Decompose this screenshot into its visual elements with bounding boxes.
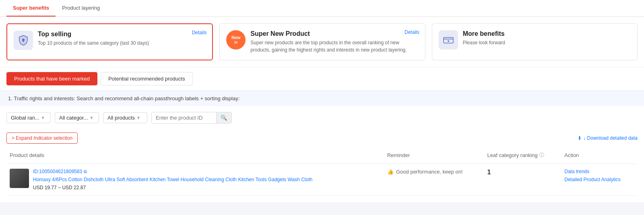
new-badge-icon: New in — [226, 30, 246, 50]
main-tabs: Super benefits Product layering — [0, 0, 644, 17]
col-header-leaf-category: Leaf category ranking ⓘ — [484, 147, 561, 164]
card-top-selling-text: Top selling Top 10 products of the same … — [38, 31, 206, 47]
sub-tab-potential[interactable]: Potential recommended products — [101, 72, 193, 85]
category-dropdown[interactable]: All categor... ▼ — [55, 112, 99, 123]
download-data-link[interactable]: ⬇ ↓ Download detailed data — [578, 135, 638, 141]
card-top-selling[interactable]: Top selling Top 10 products of the same … — [6, 23, 213, 60]
card-more-benefits-title: More benefits — [463, 30, 631, 37]
info-bar: 1. Traffic rights and interests: Search … — [0, 90, 644, 106]
dropdown3-arrow-icon: ▼ — [136, 116, 140, 120]
leaf-rank-cell: 1 — [484, 164, 561, 196]
filter-row: Global ran... ▼ All categor... ▼ All pro… — [0, 106, 644, 129]
reminder-cell: 👍 Good performance, keep on! — [384, 164, 484, 196]
products-label: All products — [107, 115, 135, 121]
col-header-action: Action — [561, 147, 638, 164]
card-more-benefits[interactable]: More benefits Please look forward — [432, 23, 638, 60]
info-text: 1. Traffic rights and interests: Search … — [8, 95, 239, 101]
download-icon: ⬇ — [578, 135, 582, 141]
dropdown2-arrow-icon: ▼ — [90, 116, 94, 120]
reminder-text: Good performance, keep on! — [396, 169, 463, 175]
col-header-product-details: Product details — [6, 147, 384, 164]
download-label: ↓ Download detailed data — [583, 135, 638, 141]
product-thumbnail — [10, 169, 29, 188]
expand-row: > Expand Indicator selection ⬇ ↓ Downloa… — [0, 129, 644, 147]
svg-point-0 — [22, 39, 25, 41]
tab-super-benefits[interactable]: Super benefits — [6, 0, 56, 17]
rank-number: 1 — [487, 169, 491, 176]
svg-rect-1 — [23, 41, 24, 42]
copy-icon[interactable]: ⧉ — [84, 169, 87, 174]
card-more-benefits-desc: Please look forward — [463, 39, 631, 46]
search-button[interactable]: 🔍 — [216, 112, 231, 123]
table-row: ID:1005004621809583 ⧉ Homaxy 4/6Pcs Cott… — [6, 164, 638, 196]
product-details-cell: ID:1005004621809583 ⧉ Homaxy 4/6Pcs Cott… — [6, 164, 384, 196]
product-price: USD 19.77 ~ USD 22.87 — [33, 185, 312, 190]
product-search-wrap: 🔍 — [151, 112, 232, 124]
dollar-icon — [439, 30, 458, 50]
search-icon: 🔍 — [221, 115, 227, 121]
global-rank-dropdown[interactable]: Global ran... ▼ — [6, 112, 51, 123]
products-dropdown[interactable]: All products ▼ — [103, 112, 147, 123]
col-header-reminder: Reminder — [384, 147, 484, 164]
reminder-thumb-icon: 👍 — [387, 169, 394, 175]
category-label: All categor... — [59, 115, 88, 121]
card-top-selling-desc: Top 10 products of the same category (la… — [38, 39, 206, 47]
product-name-link[interactable]: Homaxy 4/6Pcs Cotton Dishcloth Ultra Sof… — [33, 176, 312, 183]
action-cell: Data trends Detailed Product Analytics — [561, 164, 638, 196]
sub-tab-marked[interactable]: Products that have been marked — [6, 72, 97, 85]
leaf-category-info-icon[interactable]: ⓘ — [539, 152, 544, 159]
card-super-new-details[interactable]: Details — [405, 29, 419, 35]
card-super-new-text: Super New Product Super new products are… — [250, 30, 418, 54]
shield-icon — [14, 31, 33, 50]
card-super-new-title: Super New Product — [250, 30, 418, 37]
svg-point-4 — [448, 40, 449, 42]
products-table: Product details Reminder Leaf category r… — [6, 147, 638, 196]
expand-label: > Expand Indicator selection — [12, 135, 72, 141]
sub-tabs: Products that have been marked Potential… — [0, 67, 644, 90]
global-rank-label: Global ran... — [11, 115, 39, 121]
dropdown1-arrow-icon: ▼ — [41, 116, 45, 120]
card-super-new-desc: Super new products are the top products … — [250, 39, 418, 54]
tab-product-layering[interactable]: Product layering — [56, 0, 106, 17]
card-more-benefits-text: More benefits Please look forward — [463, 30, 631, 46]
card-top-selling-title: Top selling — [38, 31, 206, 38]
cards-row: Top selling Top 10 products of the same … — [0, 17, 644, 67]
card-super-new-product[interactable]: New in Super New Product Super new produ… — [219, 23, 425, 60]
detailed-analytics-link[interactable]: Detailed Product Analytics — [564, 177, 634, 182]
expand-indicator-button[interactable]: > Expand Indicator selection — [6, 132, 78, 144]
card-top-selling-details[interactable]: Details — [192, 30, 207, 35]
product-id: ID:1005004621809583 ⧉ — [33, 169, 312, 174]
product-id-input[interactable] — [152, 113, 216, 123]
data-trends-link[interactable]: Data trends — [564, 169, 634, 174]
table-wrap: Product details Reminder Leaf category r… — [0, 147, 644, 202]
